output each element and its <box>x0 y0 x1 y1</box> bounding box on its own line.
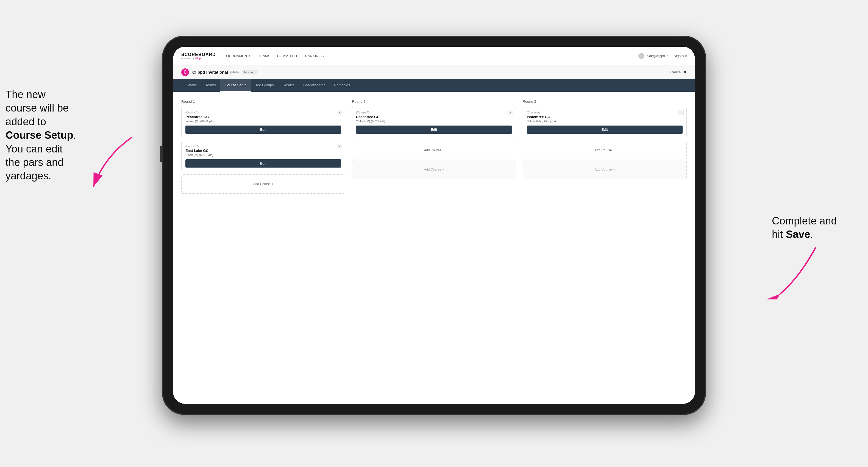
round-2-label: Round 2 <box>352 99 516 103</box>
nav-committee[interactable]: COMMITTEE <box>277 53 299 59</box>
round-1-course-a-edit-button[interactable]: Edit <box>185 126 341 134</box>
arrow-left-annotation <box>83 134 137 195</box>
annotation-right: Complete and hit Save. <box>772 214 860 242</box>
tab-printables[interactable]: Printables <box>330 79 354 92</box>
tournament-name: Clippd Invitational <box>192 70 228 74</box>
main-content: Round 1 ✕ (Course A) Peachtree GC Yellow… <box>173 92 695 404</box>
round-1-course-b-card: ✕ (Course B) East Lake GC Black (M) (689… <box>181 141 345 171</box>
tournament-gender: (Men) <box>230 70 239 74</box>
round-3-course-a-delete-button[interactable]: ✕ <box>678 110 684 115</box>
sub-header-logo: C <box>181 68 189 76</box>
hosting-badge: Hosting <box>242 70 256 74</box>
nav-tournaments[interactable]: TOURNAMENTS <box>224 53 252 59</box>
round-2-course-a-name: Peachtree GC <box>356 115 512 119</box>
round-3-course-a-tee: Yellow (M) (6629 yds) <box>527 120 683 123</box>
round-3-add-course-disabled: Add Course + <box>523 160 687 179</box>
round-1-label: Round 1 <box>181 99 345 103</box>
round-2-course-a-tee: Yellow (M) (6629 yds) <box>356 120 512 123</box>
cancel-x-icon: ✕ <box>683 69 687 75</box>
round-2-add-course-button[interactable]: Add Course + <box>352 141 516 160</box>
round-1-course-b-delete-button[interactable]: ✕ <box>337 144 342 149</box>
round-2-add-course-label: Add Course + <box>424 148 444 152</box>
round-3-add-course-button[interactable]: Add Course + <box>523 141 687 160</box>
nav-links: TOURNAMENTS TEAMS COMMITTEE RANKINGS <box>224 53 639 59</box>
nav-right: blair@clippd.io | Sign out <box>639 53 687 59</box>
round-2-course-a-card: ✕ (Course A) Peachtree GC Yellow (M) (66… <box>352 107 516 137</box>
round-1-course-b-label: (Course B) <box>185 145 341 148</box>
sub-header: C Clippd Invitational (Men) Hosting Canc… <box>173 65 695 79</box>
round-2-course-a-label: (Course A) <box>356 111 512 114</box>
nav-rankings[interactable]: RANKINGS <box>305 53 324 59</box>
round-3-course-a-card: ✕ (Course A) Peachtree GC Yellow (M) (66… <box>523 107 687 137</box>
brand-title: SCOREBOARD <box>181 52 216 57</box>
round-1-course-b-tee: Black (M) (6891 yds) <box>185 153 341 157</box>
arrow-right-annotation <box>766 239 827 300</box>
round-3-add-course-disabled-label: Add Course + <box>594 167 615 172</box>
tabs-bar: Details Teams Course Setup Tee Groups Re… <box>173 79 695 92</box>
tablet-screen: SCOREBOARD Powered by clippd TOURNAMENTS… <box>173 47 695 404</box>
sign-out-link[interactable]: Sign out <box>674 53 687 59</box>
round-3-add-course-label: Add Course + <box>594 148 615 152</box>
user-avatar <box>639 53 644 59</box>
round-3-column: Round 3 ✕ (Course A) Peachtree GC Yellow… <box>523 99 687 194</box>
round-2-add-course-disabled-label: Add Course + <box>424 167 444 172</box>
top-nav: SCOREBOARD Powered by clippd TOURNAMENTS… <box>173 47 695 65</box>
tab-details[interactable]: Details <box>181 79 201 92</box>
round-2-add-course-disabled: Add Course + <box>352 160 516 179</box>
tablet-shell: SCOREBOARD Powered by clippd TOURNAMENTS… <box>162 36 706 415</box>
scoreboard-brand: SCOREBOARD Powered by clippd <box>181 52 216 60</box>
tab-results[interactable]: Results <box>278 79 299 92</box>
rounds-grid: Round 1 ✕ (Course A) Peachtree GC Yellow… <box>181 99 687 194</box>
round-1-course-a-label: (Course A) <box>185 111 341 114</box>
round-1-add-course-label: Add Course + <box>253 182 274 186</box>
nav-teams[interactable]: TEAMS <box>258 53 271 59</box>
user-email: blair@clippd.io <box>647 54 668 58</box>
round-1-course-a-card: ✕ (Course A) Peachtree GC Yellow (M) (66… <box>181 107 345 137</box>
round-3-course-a-edit-button[interactable]: Edit <box>527 126 683 134</box>
round-1-course-a-delete-button[interactable]: ✕ <box>337 110 342 115</box>
round-1-column: Round 1 ✕ (Course A) Peachtree GC Yellow… <box>181 99 345 194</box>
round-1-course-b-edit-button[interactable]: Edit <box>185 159 341 167</box>
round-2-column: Round 2 ✕ (Course A) Peachtree GC Yellow… <box>352 99 516 194</box>
round-3-label: Round 3 <box>523 99 687 103</box>
tab-course-setup[interactable]: Course Setup <box>220 79 251 92</box>
round-2-course-a-delete-button[interactable]: ✕ <box>507 110 513 115</box>
round-3-course-a-name: Peachtree GC <box>527 115 683 119</box>
side-button[interactable] <box>160 146 162 162</box>
brand-sub: Powered by clippd <box>181 57 216 60</box>
cancel-button[interactable]: Cancel ✕ <box>671 69 687 75</box>
round-3-course-a-label: (Course A) <box>527 111 683 114</box>
annotation-left: The new course will be added to Course S… <box>5 88 83 183</box>
tab-teams[interactable]: Teams <box>201 79 220 92</box>
tab-tee-groups[interactable]: Tee Groups <box>251 79 278 92</box>
tab-leaderboards[interactable]: Leaderboards <box>299 79 330 92</box>
round-1-add-course-button[interactable]: Add Course + <box>181 175 345 194</box>
round-1-course-a-tee: Yellow (M) (6629 yds) <box>185 120 341 123</box>
round-1-course-b-name: East Lake GC <box>185 149 341 153</box>
round-2-course-a-edit-button[interactable]: Edit <box>356 126 512 134</box>
round-1-course-a-name: Peachtree GC <box>185 115 341 119</box>
app-content: SCOREBOARD Powered by clippd TOURNAMENTS… <box>173 47 695 404</box>
